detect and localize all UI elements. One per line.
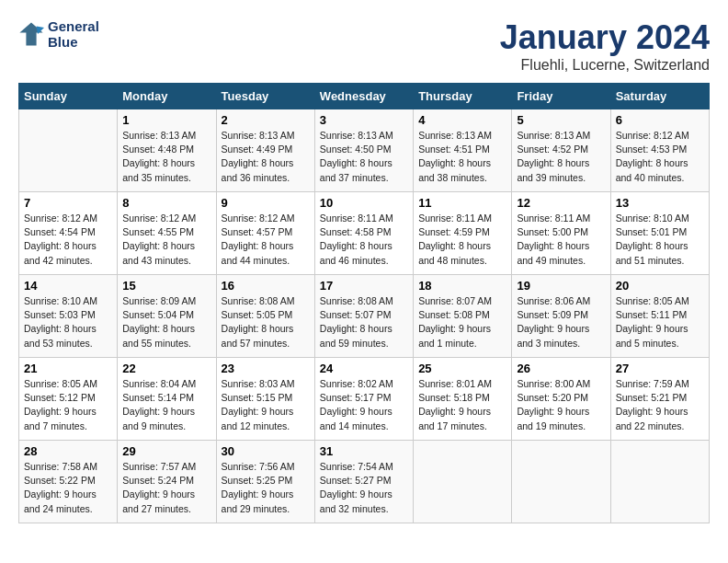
svg-marker-1 — [37, 27, 44, 34]
calendar-cell: 31Sunrise: 7:54 AMSunset: 5:27 PMDayligh… — [314, 441, 413, 523]
cell-info: Sunrise: 8:05 AMSunset: 5:12 PMDaylight:… — [24, 377, 112, 433]
cell-info: Sunrise: 8:12 AMSunset: 4:53 PMDaylight:… — [616, 129, 704, 185]
cell-info: Sunrise: 8:00 AMSunset: 5:20 PMDaylight:… — [517, 377, 605, 433]
calendar-cell: 13Sunrise: 8:10 AMSunset: 5:01 PMDayligh… — [610, 192, 709, 275]
date-number: 4 — [418, 113, 506, 127]
cell-info: Sunrise: 8:10 AMSunset: 5:01 PMDaylight:… — [616, 212, 704, 268]
calendar-cell: 26Sunrise: 8:00 AMSunset: 5:20 PMDayligh… — [512, 358, 610, 441]
date-number: 17 — [320, 279, 408, 293]
calendar-cell: 8Sunrise: 8:12 AMSunset: 4:55 PMDaylight… — [118, 192, 216, 275]
date-number: 1 — [122, 113, 210, 127]
calendar-cell: 21Sunrise: 8:05 AMSunset: 5:12 PMDayligh… — [19, 358, 118, 441]
calendar-header-row: SundayMondayTuesdayWednesdayThursdayFrid… — [19, 84, 710, 109]
calendar-cell: 22Sunrise: 8:04 AMSunset: 5:14 PMDayligh… — [118, 358, 216, 441]
date-number: 31 — [320, 444, 408, 458]
calendar-week-row: 7Sunrise: 8:12 AMSunset: 4:54 PMDaylight… — [19, 192, 710, 275]
cell-info: Sunrise: 7:57 AMSunset: 5:24 PMDaylight:… — [122, 460, 210, 516]
calendar-week-row: 1Sunrise: 8:13 AMSunset: 4:48 PMDaylight… — [19, 109, 710, 192]
calendar-cell: 9Sunrise: 8:12 AMSunset: 4:57 PMDaylight… — [216, 192, 314, 275]
calendar-cell: 11Sunrise: 8:11 AMSunset: 4:59 PMDayligh… — [414, 192, 512, 275]
day-header-tuesday: Tuesday — [216, 84, 314, 109]
day-header-sunday: Sunday — [19, 84, 118, 109]
calendar-week-row: 21Sunrise: 8:05 AMSunset: 5:12 PMDayligh… — [19, 358, 710, 441]
cell-info: Sunrise: 8:13 AMSunset: 4:48 PMDaylight:… — [122, 129, 210, 185]
day-header-thursday: Thursday — [414, 84, 512, 109]
date-number: 8 — [122, 196, 210, 210]
calendar-cell: 30Sunrise: 7:56 AMSunset: 5:25 PMDayligh… — [216, 441, 314, 523]
header: General Blue January 2024 Fluehli, Lucer… — [18, 18, 710, 74]
date-number: 18 — [418, 279, 506, 293]
calendar-cell: 7Sunrise: 8:12 AMSunset: 4:54 PMDaylight… — [19, 192, 118, 275]
cell-info: Sunrise: 8:04 AMSunset: 5:14 PMDaylight:… — [122, 377, 210, 433]
cell-info: Sunrise: 7:58 AMSunset: 5:22 PMDaylight:… — [24, 460, 112, 516]
svg-marker-0 — [19, 23, 42, 46]
date-number: 21 — [24, 362, 112, 375]
calendar-cell: 10Sunrise: 8:11 AMSunset: 4:58 PMDayligh… — [314, 192, 413, 275]
date-number: 20 — [616, 279, 704, 293]
calendar-cell — [610, 441, 709, 523]
day-header-saturday: Saturday — [610, 84, 709, 109]
cell-info: Sunrise: 7:59 AMSunset: 5:21 PMDaylight:… — [616, 377, 704, 433]
calendar-cell — [414, 441, 512, 523]
calendar-cell: 14Sunrise: 8:10 AMSunset: 5:03 PMDayligh… — [19, 275, 118, 358]
calendar-cell: 5Sunrise: 8:13 AMSunset: 4:52 PMDaylight… — [512, 109, 610, 192]
cell-info: Sunrise: 8:07 AMSunset: 5:08 PMDaylight:… — [418, 294, 506, 350]
cell-info: Sunrise: 8:13 AMSunset: 4:49 PMDaylight:… — [222, 129, 310, 185]
calendar-cell — [512, 441, 610, 523]
date-number: 10 — [320, 196, 408, 210]
cell-info: Sunrise: 8:12 AMSunset: 4:54 PMDaylight:… — [24, 212, 112, 268]
calendar-cell: 19Sunrise: 8:06 AMSunset: 5:09 PMDayligh… — [512, 275, 610, 358]
cell-info: Sunrise: 8:13 AMSunset: 4:51 PMDaylight:… — [418, 129, 506, 185]
date-number: 15 — [122, 279, 210, 293]
date-number: 25 — [418, 362, 506, 375]
date-number: 19 — [517, 279, 605, 293]
day-header-wednesday: Wednesday — [314, 84, 413, 109]
calendar-cell: 12Sunrise: 8:11 AMSunset: 5:00 PMDayligh… — [512, 192, 610, 275]
calendar-cell: 23Sunrise: 8:03 AMSunset: 5:15 PMDayligh… — [216, 358, 314, 441]
cell-info: Sunrise: 8:10 AMSunset: 5:03 PMDaylight:… — [24, 294, 112, 350]
calendar-table: SundayMondayTuesdayWednesdayThursdayFrid… — [18, 83, 710, 523]
cell-info: Sunrise: 8:08 AMSunset: 5:05 PMDaylight:… — [222, 294, 310, 350]
title-section: January 2024 Fluehli, Lucerne, Switzerla… — [500, 18, 710, 74]
calendar-week-row: 14Sunrise: 8:10 AMSunset: 5:03 PMDayligh… — [19, 275, 710, 358]
cell-info: Sunrise: 8:06 AMSunset: 5:09 PMDaylight:… — [517, 294, 605, 350]
date-number: 2 — [222, 113, 310, 127]
date-number: 26 — [517, 362, 605, 375]
date-number: 27 — [616, 362, 704, 375]
cell-info: Sunrise: 7:54 AMSunset: 5:27 PMDaylight:… — [320, 460, 408, 516]
calendar-cell: 29Sunrise: 7:57 AMSunset: 5:24 PMDayligh… — [118, 441, 216, 523]
cell-info: Sunrise: 8:11 AMSunset: 5:00 PMDaylight:… — [517, 212, 605, 268]
calendar-body: 1Sunrise: 8:13 AMSunset: 4:48 PMDaylight… — [19, 109, 710, 523]
date-number: 6 — [616, 113, 704, 127]
calendar-cell: 3Sunrise: 8:13 AMSunset: 4:50 PMDaylight… — [314, 109, 413, 192]
logo-icon — [18, 21, 44, 47]
calendar-cell: 20Sunrise: 8:05 AMSunset: 5:11 PMDayligh… — [610, 275, 709, 358]
cell-info: Sunrise: 8:11 AMSunset: 4:59 PMDaylight:… — [418, 212, 506, 268]
date-number: 29 — [122, 444, 210, 458]
day-header-friday: Friday — [512, 84, 610, 109]
date-number: 5 — [517, 113, 605, 127]
date-number: 12 — [517, 196, 605, 210]
calendar-subtitle: Fluehli, Lucerne, Switzerland — [500, 57, 710, 74]
date-number: 24 — [320, 362, 408, 375]
calendar-cell: 2Sunrise: 8:13 AMSunset: 4:49 PMDaylight… — [216, 109, 314, 192]
calendar-cell: 17Sunrise: 8:08 AMSunset: 5:07 PMDayligh… — [314, 275, 413, 358]
calendar-week-row: 28Sunrise: 7:58 AMSunset: 5:22 PMDayligh… — [19, 441, 710, 523]
cell-info: Sunrise: 8:12 AMSunset: 4:57 PMDaylight:… — [222, 212, 310, 268]
date-number: 13 — [616, 196, 704, 210]
calendar-cell: 16Sunrise: 8:08 AMSunset: 5:05 PMDayligh… — [216, 275, 314, 358]
day-header-monday: Monday — [118, 84, 216, 109]
calendar-cell: 1Sunrise: 8:13 AMSunset: 4:48 PMDaylight… — [118, 109, 216, 192]
calendar-cell: 25Sunrise: 8:01 AMSunset: 5:18 PMDayligh… — [414, 358, 512, 441]
cell-info: Sunrise: 8:13 AMSunset: 4:50 PMDaylight:… — [320, 129, 408, 185]
date-number: 28 — [24, 444, 112, 458]
cell-info: Sunrise: 8:08 AMSunset: 5:07 PMDaylight:… — [320, 294, 408, 350]
cell-info: Sunrise: 8:09 AMSunset: 5:04 PMDaylight:… — [122, 294, 210, 350]
cell-info: Sunrise: 8:11 AMSunset: 4:58 PMDaylight:… — [320, 212, 408, 268]
calendar-cell: 4Sunrise: 8:13 AMSunset: 4:51 PMDaylight… — [414, 109, 512, 192]
logo-text: General Blue — [48, 18, 99, 51]
cell-info: Sunrise: 8:12 AMSunset: 4:55 PMDaylight:… — [122, 212, 210, 268]
cell-info: Sunrise: 8:02 AMSunset: 5:17 PMDaylight:… — [320, 377, 408, 433]
date-number: 30 — [222, 444, 310, 458]
date-number: 3 — [320, 113, 408, 127]
